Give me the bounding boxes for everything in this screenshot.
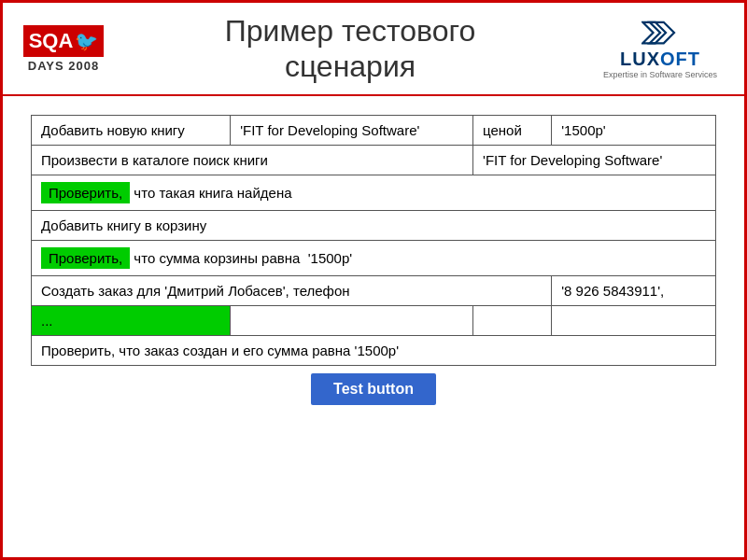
table-cell: Добавить новую книгу <box>32 116 231 146</box>
sqa-text: SQA <box>29 29 74 53</box>
table-row-highlight: Проверить, что сумма корзины равна '1500… <box>32 241 716 276</box>
table-cell-dotted: ... <box>32 306 231 336</box>
table-row-highlight: Проверить, что такая книга найдена <box>32 175 716 211</box>
green-label: Проверить, <box>41 247 130 269</box>
header: SQA 🐦 DAYS 2008 Пример тестового сценари… <box>3 3 744 96</box>
luxoft-name: LUXOFT <box>620 49 700 70</box>
luxoft-chevron-icon <box>641 19 679 47</box>
green-label: Проверить, <box>41 182 130 203</box>
table-cell: Создать заказ для 'Дмитрий Лобасев', тел… <box>32 276 552 306</box>
table-cell <box>473 306 552 336</box>
slide-title: Пример тестового сценария <box>106 13 595 85</box>
table-row: Произвести в каталоге поиск книги 'FIT f… <box>32 146 716 175</box>
sqa-logo-box: SQA 🐦 <box>23 25 105 57</box>
table-cell: Добавить книгу в корзину <box>32 211 716 241</box>
table-row-dotted: ... <box>32 306 716 336</box>
table-row: Добавить книгу в корзину <box>32 211 716 241</box>
table-cell: ценой <box>473 116 552 146</box>
sqa-bird-icon: 🐦 <box>75 30 98 52</box>
sqa-days: DAYS 2008 <box>28 59 99 73</box>
scenario-table: Добавить новую книгу 'FIT for Developing… <box>31 115 716 366</box>
sqa-logo: SQA 🐦 DAYS 2008 <box>21 25 106 73</box>
table-cell: 'FIT for Developing Software' <box>231 116 473 146</box>
table-row: Проверить, что заказ создан и его сумма … <box>32 336 716 366</box>
table-cell: Проверить, что сумма корзины равна '1500… <box>32 241 716 276</box>
table-cell: Произвести в каталоге поиск книги <box>32 146 473 175</box>
button-row: Test button <box>311 373 436 405</box>
content: Добавить новую книгу 'FIT for Developing… <box>3 96 744 557</box>
luxoft-tagline: Expertise in Software Services <box>603 70 717 79</box>
table-cell: '1500р' <box>552 116 716 146</box>
test-button[interactable]: Test button <box>311 373 436 405</box>
slide: SQA 🐦 DAYS 2008 Пример тестового сценари… <box>0 0 747 560</box>
table-cell: 'FIT for Developing Software' <box>473 146 716 175</box>
table-cell <box>231 306 473 336</box>
table-cell <box>552 306 716 336</box>
table-row: Добавить новую книгу 'FIT for Developing… <box>32 116 716 146</box>
table-cell: Проверить, что такая книга найдена <box>32 175 716 211</box>
table-cell: Проверить, что заказ создан и его сумма … <box>32 336 716 366</box>
table-row: Создать заказ для 'Дмитрий Лобасев', тел… <box>32 276 716 306</box>
table-cell: '8 926 5843911', <box>552 276 716 306</box>
luxoft-logo: LUXOFT Expertise in Software Services <box>595 19 726 79</box>
